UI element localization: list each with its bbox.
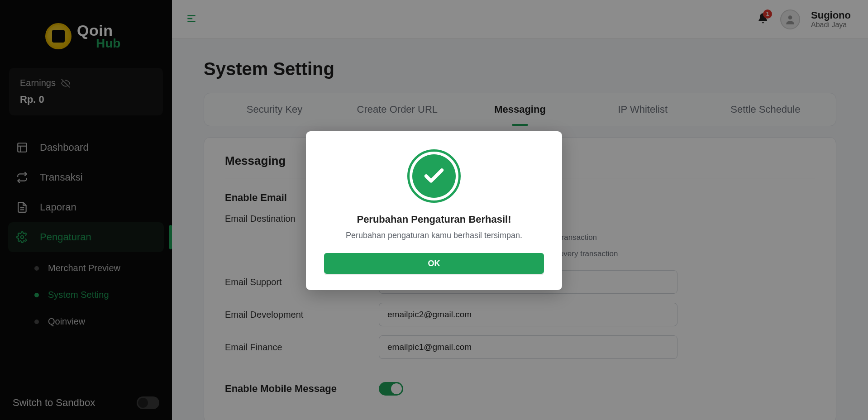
success-icon xyxy=(412,154,456,198)
check-icon xyxy=(422,164,446,188)
modal-description: Perubahan pengaturan kamu berhasil tersi… xyxy=(324,231,544,240)
modal-overlay[interactable]: Perubahan Pengaturan Berhasil! Perubahan… xyxy=(0,0,868,420)
modal-ok-button[interactable]: OK xyxy=(324,253,544,274)
success-icon-ring xyxy=(407,149,461,203)
modal-title: Perubahan Pengaturan Berhasil! xyxy=(324,214,544,225)
success-modal: Perubahan Pengaturan Berhasil! Perubahan… xyxy=(306,131,562,290)
